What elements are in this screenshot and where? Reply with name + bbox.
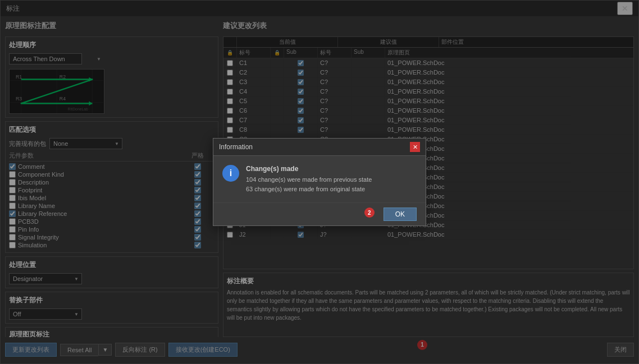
modal-overlay: Information ✕ i Change(s) made 104 chang… <box>0 0 639 364</box>
modal-body: i Change(s) made 104 change(s) were made… <box>213 156 426 202</box>
modal-title-bar: Information ✕ <box>213 139 426 156</box>
modal-title: Information <box>219 143 253 151</box>
modal-info-icon: i <box>222 165 239 182</box>
modal-footer: 2 OK <box>213 202 426 225</box>
information-dialog: Information ✕ i Change(s) made 104 chang… <box>213 138 426 226</box>
modal-sub-text-2: 63 change(s) were made from original sta… <box>246 185 417 194</box>
modal-ok-button[interactable]: OK <box>384 208 417 221</box>
badge-2: 2 <box>364 208 375 218</box>
modal-close-button[interactable]: ✕ <box>410 142 420 152</box>
modal-content: Change(s) made 104 change(s) were made f… <box>246 165 417 193</box>
modal-main-text: Change(s) made <box>246 165 417 173</box>
modal-sub-text-1: 104 change(s) were made from previous st… <box>246 175 417 185</box>
